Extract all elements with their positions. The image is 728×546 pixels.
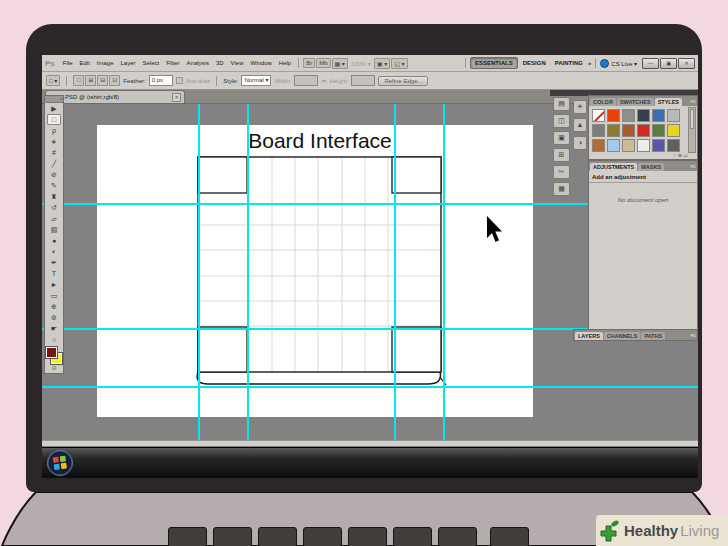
measure-panel-icon[interactable]: ▦ xyxy=(553,182,570,196)
style-swatch[interactable] xyxy=(667,124,680,137)
foreground-color[interactable] xyxy=(46,347,57,358)
blur-tool[interactable]: ● xyxy=(47,235,61,246)
style-swatch[interactable] xyxy=(652,124,665,137)
workspace-button[interactable]: ESSENTIALS xyxy=(470,57,518,69)
shape-tool[interactable]: ▭ xyxy=(47,290,61,301)
cs-live-dropdown[interactable]: CS Live ▾ xyxy=(600,59,637,68)
lasso-tool[interactable]: ρ xyxy=(47,125,61,136)
navigator-panel-icon[interactable]: ⊞ xyxy=(553,148,570,162)
panel-tab[interactable]: STYLES xyxy=(655,98,682,106)
panel-tab[interactable]: CHANNELS xyxy=(604,332,641,340)
style-swatch[interactable] xyxy=(622,139,635,152)
style-swatch[interactable] xyxy=(667,139,680,152)
arrange-documents-icon[interactable]: ▣ ▾ xyxy=(374,58,390,69)
menu-item[interactable]: View xyxy=(228,59,247,67)
eraser-tool[interactable]: ▱ xyxy=(47,213,61,224)
workspace-overflow-icon[interactable]: » xyxy=(588,60,591,66)
3d-camera-tool[interactable]: ⊚ xyxy=(47,312,61,323)
menu-item[interactable]: Layer xyxy=(118,59,139,67)
pen-tool[interactable]: ✒ xyxy=(47,257,61,268)
notes-panel-icon[interactable]: ✂ xyxy=(553,165,570,179)
refine-edge-button[interactable]: Refine Edge... xyxy=(378,76,428,86)
style-swatch[interactable] xyxy=(652,139,665,152)
windows-taskbar[interactable] xyxy=(42,447,698,478)
style-swatch[interactable] xyxy=(607,109,620,122)
selection-mode-icon[interactable]: □ xyxy=(73,75,84,86)
type-tool[interactable]: T xyxy=(47,268,61,279)
info-panel-icon[interactable]: ▣ xyxy=(553,131,570,145)
tab-close-icon[interactable]: ✕ xyxy=(172,93,181,102)
curves-icon[interactable]: ◑ xyxy=(573,136,587,150)
brightness-contrast-icon[interactable]: ☀ xyxy=(573,100,587,114)
history-brush-tool[interactable]: ↺ xyxy=(47,202,61,213)
style-swatch[interactable] xyxy=(637,124,650,137)
close-button[interactable]: ✕ xyxy=(678,58,695,69)
panel-tab[interactable]: SWATCHES xyxy=(617,98,654,106)
minimize-button[interactable]: — xyxy=(642,58,659,69)
styles-footer-buttons[interactable]: ○ ⊕ ▭ xyxy=(673,152,688,158)
zoom-tool[interactable]: ○ xyxy=(47,334,61,345)
menu-item[interactable]: Select xyxy=(140,59,163,67)
history-panel-icon[interactable]: ▤ xyxy=(553,97,570,111)
panel-menu-icon[interactable]: ▾≡ xyxy=(691,331,696,340)
menu-item[interactable]: Analysis xyxy=(184,59,212,67)
style-swatch[interactable] xyxy=(667,109,680,122)
panel-tab[interactable]: COLOR xyxy=(590,98,616,106)
styles-scrollbar[interactable] xyxy=(688,107,696,153)
bridge-icon[interactable]: Br xyxy=(303,58,315,68)
menu-item[interactable]: Filter xyxy=(163,59,182,67)
eyedropper-tool[interactable]: ╱ xyxy=(47,158,61,169)
quick-selection-tool[interactable]: ∗ xyxy=(47,136,61,147)
marquee-preset-dropdown[interactable]: □ ▾ xyxy=(46,75,60,86)
restore-button[interactable]: ▣ xyxy=(660,58,677,69)
height-input[interactable] xyxy=(351,75,375,86)
panel-menu-icon[interactable]: ▾≡ xyxy=(691,97,696,106)
panel-tab[interactable]: ADJUSTMENTS xyxy=(590,163,637,171)
rectangular-marquee-tool[interactable]: □ xyxy=(47,114,61,125)
style-swatch[interactable] xyxy=(652,109,665,122)
clone-stamp-tool[interactable]: ♜ xyxy=(47,191,61,202)
menu-item[interactable]: Edit xyxy=(76,59,92,67)
style-dropdown[interactable]: Normal ▾ xyxy=(241,75,271,86)
workspace-button[interactable]: DESIGN xyxy=(519,58,550,68)
style-swatch[interactable] xyxy=(622,124,635,137)
panel-tab[interactable]: PATHS xyxy=(641,332,665,340)
hand-tool[interactable]: ☛ xyxy=(47,323,61,334)
document-tab[interactable]: Tshirt.PSD @ (tshirt,rgb/8) ✕ xyxy=(45,90,185,103)
dodge-tool[interactable]: ◐ xyxy=(47,246,61,257)
screen-mode-icon[interactable]: ◱ ▾ xyxy=(391,58,407,69)
style-swatch[interactable] xyxy=(592,124,605,137)
style-swatch[interactable] xyxy=(607,139,620,152)
crop-tool[interactable]: # xyxy=(47,147,61,158)
zoom-level-dropdown[interactable]: 100% ▾ xyxy=(349,60,373,67)
antialias-checkbox[interactable] xyxy=(176,77,183,84)
style-swatch[interactable] xyxy=(607,124,620,137)
menu-item[interactable]: File xyxy=(60,59,76,67)
start-button[interactable] xyxy=(47,450,73,476)
menu-item[interactable]: 3D xyxy=(213,59,227,67)
guide-horizontal[interactable] xyxy=(42,386,698,388)
swap-dimensions-icon[interactable]: ⇄ xyxy=(321,77,326,84)
healing-brush-tool[interactable]: ⊘ xyxy=(47,169,61,180)
workspace-button[interactable]: PAINTING xyxy=(551,58,587,68)
style-swatch[interactable] xyxy=(637,139,650,152)
panel-tab[interactable]: MASKS xyxy=(638,163,664,171)
path-selection-tool[interactable]: ► xyxy=(47,279,61,290)
menu-item[interactable]: Image xyxy=(94,59,117,67)
menu-item[interactable]: Help xyxy=(276,59,294,67)
tools-palette-header[interactable]: » xyxy=(45,96,63,103)
quick-mask-icon[interactable]: ⊙ xyxy=(51,364,56,371)
style-swatch[interactable] xyxy=(592,139,605,152)
layer-comps-panel-icon[interactable]: ◫ xyxy=(553,114,570,128)
width-input[interactable] xyxy=(294,75,318,86)
panel-menu-icon[interactable]: ▾≡ xyxy=(691,162,696,171)
style-swatch[interactable] xyxy=(592,109,605,122)
style-swatch[interactable] xyxy=(622,109,635,122)
selection-mode-icon[interactable]: ⊟ xyxy=(97,75,108,86)
selection-mode-icon[interactable]: ⊡ xyxy=(109,75,120,86)
brush-tool[interactable]: ✎ xyxy=(47,180,61,191)
levels-icon[interactable]: ▲ xyxy=(573,118,587,132)
mini-bridge-icon[interactable]: Mb xyxy=(316,58,330,68)
style-swatch[interactable] xyxy=(637,109,650,122)
move-tool[interactable]: ▶ xyxy=(47,103,61,114)
